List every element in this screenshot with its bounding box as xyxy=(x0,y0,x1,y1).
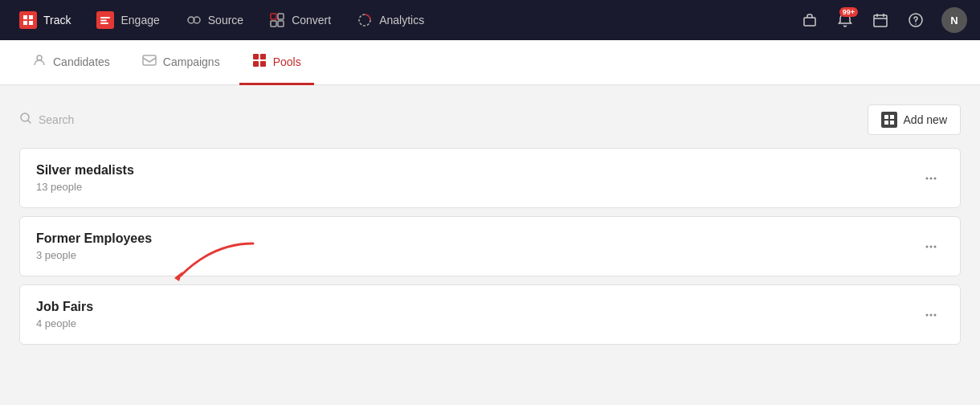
svg-point-17 xyxy=(915,23,917,25)
svg-rect-26 xyxy=(890,115,894,119)
svg-rect-14 xyxy=(804,18,815,26)
sub-nav-candidates-label: Candidates xyxy=(53,55,110,68)
nav-item-source[interactable]: Source xyxy=(173,0,256,40)
nav-item-engage[interactable]: Engage xyxy=(84,0,172,40)
source-icon xyxy=(186,12,202,28)
svg-point-32 xyxy=(926,245,929,248)
svg-point-34 xyxy=(934,245,937,248)
convert-icon xyxy=(269,12,285,28)
nav-item-track[interactable]: Track xyxy=(6,0,84,40)
pool-count: 4 people xyxy=(36,317,93,329)
svg-point-29 xyxy=(926,177,929,179)
nav-label-source: Source xyxy=(208,14,243,27)
svg-rect-15 xyxy=(874,15,887,27)
pool-card-info: Job Fairs 4 people xyxy=(36,300,93,329)
svg-rect-4 xyxy=(100,17,110,18)
pool-card-former-employees[interactable]: Former Employees 3 people xyxy=(19,216,961,276)
nav-label-analytics: Analytics xyxy=(379,14,424,27)
svg-rect-11 xyxy=(271,21,276,27)
avatar-button[interactable]: N xyxy=(941,7,967,33)
nav-item-analytics[interactable]: Analytics xyxy=(344,0,437,40)
svg-rect-21 xyxy=(260,54,266,59)
pools-icon xyxy=(252,53,267,71)
sub-nav: Candidates Campaigns Pools xyxy=(0,40,980,85)
svg-point-36 xyxy=(930,313,933,316)
svg-rect-1 xyxy=(29,15,33,19)
sub-nav-campaigns[interactable]: Campaigns xyxy=(129,40,233,85)
nav-label-convert: Convert xyxy=(292,14,331,27)
main-content: Add new Silver medalists 13 people Forme… xyxy=(0,85,980,405)
pool-name: Former Employees xyxy=(36,231,152,246)
pool-menu-button[interactable] xyxy=(918,234,944,260)
svg-point-35 xyxy=(926,313,929,316)
svg-rect-3 xyxy=(29,21,33,25)
pool-count: 3 people xyxy=(36,249,152,261)
svg-point-31 xyxy=(934,177,937,179)
pool-name: Silver medalists xyxy=(36,163,134,178)
svg-rect-20 xyxy=(253,54,259,59)
add-new-icon xyxy=(881,112,897,128)
pool-card-silver-medalists[interactable]: Silver medalists 13 people xyxy=(19,148,961,208)
sub-nav-candidates[interactable]: Candidates xyxy=(19,40,123,85)
pools-list: Silver medalists 13 people Former Employ… xyxy=(19,148,961,345)
svg-point-30 xyxy=(930,177,933,179)
svg-point-33 xyxy=(930,245,933,248)
arrow-annotation xyxy=(165,239,261,291)
toolbar: Add new xyxy=(19,104,961,135)
search-input[interactable] xyxy=(39,113,199,126)
pool-card-info: Former Employees 3 people xyxy=(36,231,152,261)
pool-menu-button[interactable] xyxy=(918,302,944,328)
svg-rect-6 xyxy=(100,22,108,24)
svg-rect-22 xyxy=(253,61,259,67)
svg-rect-5 xyxy=(100,20,107,22)
svg-rect-27 xyxy=(884,121,888,125)
search-wrap xyxy=(19,108,199,131)
pool-name: Job Fairs xyxy=(36,300,93,314)
sub-nav-pools[interactable]: Pools xyxy=(239,40,314,85)
svg-point-18 xyxy=(37,55,42,60)
nav-label-track: Track xyxy=(43,14,71,27)
engage-icon xyxy=(96,11,114,29)
add-new-label: Add new xyxy=(904,113,947,126)
pool-card-job-fairs[interactable]: Job Fairs 4 people xyxy=(19,284,961,345)
svg-rect-19 xyxy=(143,55,156,65)
top-nav: Track Engage Source xyxy=(0,0,980,40)
pool-menu-button[interactable] xyxy=(918,166,944,191)
pool-card-info: Silver medalists 13 people xyxy=(36,163,134,193)
svg-rect-0 xyxy=(23,15,27,19)
briefcase-button[interactable] xyxy=(794,4,826,36)
calendar-button[interactable] xyxy=(864,4,896,36)
help-button[interactable] xyxy=(900,4,932,36)
svg-rect-2 xyxy=(23,21,27,25)
svg-rect-23 xyxy=(260,61,266,67)
svg-rect-28 xyxy=(890,121,894,125)
search-icon xyxy=(19,112,32,128)
add-new-button[interactable]: Add new xyxy=(868,104,961,135)
nav-item-convert[interactable]: Convert xyxy=(256,0,344,40)
svg-rect-12 xyxy=(278,21,284,27)
nav-right-actions: 99+ N xyxy=(794,4,974,36)
svg-point-37 xyxy=(934,313,937,316)
pool-count: 13 people xyxy=(36,181,134,193)
svg-rect-25 xyxy=(884,115,888,119)
analytics-icon xyxy=(357,12,373,28)
svg-rect-10 xyxy=(278,14,284,19)
svg-rect-9 xyxy=(271,14,276,19)
sub-nav-pools-label: Pools xyxy=(273,55,301,68)
campaigns-icon xyxy=(142,53,157,71)
sub-nav-campaigns-label: Campaigns xyxy=(163,55,220,68)
track-icon xyxy=(19,11,37,29)
notifications-button[interactable]: 99+ xyxy=(829,4,861,36)
nav-label-engage: Engage xyxy=(120,14,159,27)
candidates-icon xyxy=(32,53,47,71)
notification-badge: 99+ xyxy=(839,7,858,17)
